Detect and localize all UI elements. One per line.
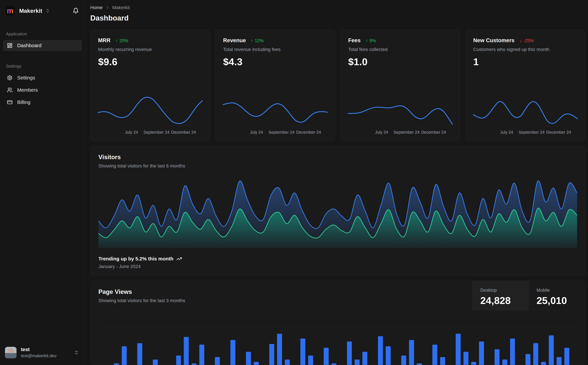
- trend-badge: ↑20%: [115, 38, 128, 43]
- chevrons-up-down-icon: [45, 8, 50, 13]
- trend-badge: ↓-25%: [519, 38, 534, 43]
- stat-title: MRR: [98, 37, 111, 43]
- bar: [230, 340, 235, 365]
- sidebar-item-label: Members: [17, 87, 38, 93]
- bar: [510, 338, 515, 365]
- stat-title: New Customers: [473, 37, 514, 43]
- bar: [440, 357, 445, 365]
- new-customers-sparkline-chart: [473, 94, 577, 127]
- sidebar-item-settings[interactable]: Settings: [3, 72, 82, 83]
- page-views-title: Page Views: [98, 288, 465, 295]
- sidebar-nav: Dashboard: [0, 40, 85, 52]
- stat-value: $1.0: [348, 56, 452, 68]
- bar: [355, 359, 360, 365]
- bar: [557, 357, 561, 365]
- bar: [215, 357, 220, 365]
- page-views-card: Page Views Showing total visitors for th…: [90, 281, 585, 365]
- stat-value: $9.6: [98, 56, 202, 68]
- chevron-right-icon: [105, 6, 110, 10]
- sidebar-item-label: Billing: [17, 99, 30, 105]
- sidebar-item-label: Settings: [17, 75, 35, 81]
- chevrons-up-down-icon: [74, 350, 79, 355]
- stat-card-mrr: MRR ↑20% Monthly recurring revenue $9.6 …: [90, 29, 210, 141]
- bar: [285, 359, 290, 365]
- trend-arrow-icon: ↑: [115, 38, 118, 43]
- bar: [199, 345, 204, 365]
- bar: [495, 349, 499, 365]
- stat-card-new-customers: New Customers ↓-25% Customers who signed…: [465, 29, 585, 141]
- fees-sparkline-chart: [348, 94, 452, 127]
- visitors-trend-footer: Trending up by 5.2% this month: [98, 256, 577, 262]
- trend-arrow-icon: ↑: [366, 38, 368, 43]
- bar: [137, 343, 142, 365]
- sparkline-x-axis: July 24September 24December 24: [223, 130, 327, 137]
- page-views-subtitle: Showing total visitors for the last 3 mo…: [98, 298, 465, 303]
- makerkit-logo: m: [5, 6, 15, 15]
- stat-card-revenue: Revenue ↑12% Total revenue including fee…: [215, 29, 335, 141]
- tab-desktop[interactable]: Desktop 24,828: [473, 281, 529, 310]
- stats-row: MRR ↑20% Monthly recurring revenue $9.6 …: [90, 29, 585, 141]
- breadcrumb: Home Makerkit: [90, 5, 585, 10]
- gear-icon: [7, 75, 13, 81]
- breadcrumb-home-link[interactable]: Home: [90, 5, 103, 10]
- users-icon: [7, 87, 13, 93]
- sidebar-item-members[interactable]: Members: [3, 84, 82, 96]
- sparkline-x-axis: July 24September 24December 24: [98, 130, 202, 137]
- bar: [541, 362, 546, 365]
- sparkline-x-axis: July 24September 24December 24: [348, 130, 452, 137]
- trend-arrow-icon: ↑: [251, 38, 253, 43]
- bar: [401, 356, 406, 365]
- bar: [417, 363, 422, 365]
- stat-subtitle: Customers who signed up this month: [473, 47, 577, 52]
- bar: [324, 348, 329, 365]
- stat-subtitle: Total revenue including fees: [223, 47, 327, 52]
- stat-value: 1: [473, 56, 577, 68]
- bar: [564, 348, 569, 365]
- breadcrumb-current: Makerkit: [112, 5, 130, 10]
- bar: [277, 334, 282, 365]
- bar: [114, 363, 119, 365]
- page-title: Dashboard: [90, 14, 585, 22]
- sidebar-item-billing[interactable]: Billing: [3, 97, 82, 108]
- bar: [300, 338, 305, 365]
- sidebar: m Makerkit Application Dashboard Setting…: [0, 0, 85, 365]
- page-views-bar-chart: [98, 317, 577, 365]
- stat-title: Fees: [348, 37, 360, 43]
- user-account-menu[interactable]: test test@makerkit.dev: [0, 343, 85, 361]
- user-name: test: [21, 347, 56, 352]
- notifications-bell-button[interactable]: [73, 8, 79, 14]
- stat-subtitle: Monthly recurring revenue: [98, 47, 202, 52]
- user-email: test@makerkit.dev: [21, 353, 56, 358]
- bar: [502, 359, 507, 365]
- bar: [456, 334, 461, 365]
- sidebar-item-label: Dashboard: [17, 43, 42, 48]
- bar: [332, 363, 336, 365]
- sidebar-nav-settings: Settings Members Billing: [0, 72, 85, 109]
- page-views-tabs: Desktop 24,828 Mobile 25,010: [473, 281, 585, 310]
- bar: [269, 344, 274, 365]
- workspace-name: Makerkit: [19, 8, 42, 14]
- sidebar-item-dashboard[interactable]: Dashboard: [3, 40, 82, 51]
- bar: [471, 362, 476, 365]
- stat-subtitle: Total fees collected: [348, 47, 452, 52]
- bar: [409, 340, 414, 365]
- visitors-area-chart: [98, 175, 577, 248]
- bar: [176, 356, 181, 365]
- visitors-card: Visitors Showing total visitors for the …: [90, 146, 585, 276]
- trend-badge: ↑12%: [251, 38, 264, 43]
- bar: [347, 342, 352, 365]
- trending-up-icon: [176, 256, 182, 262]
- bar: [463, 352, 468, 365]
- workspace-switcher[interactable]: m Makerkit: [0, 5, 85, 17]
- tab-mobile[interactable]: Mobile 25,010: [529, 281, 585, 310]
- bar: [254, 362, 259, 365]
- bar: [153, 359, 158, 365]
- visitors-title: Visitors: [98, 154, 577, 161]
- section-label-settings: Settings: [0, 64, 85, 69]
- bell-icon: [73, 8, 79, 14]
- bar: [246, 352, 251, 365]
- bar: [526, 354, 530, 365]
- avatar: [5, 347, 17, 358]
- bar: [378, 336, 383, 365]
- bar: [432, 345, 437, 365]
